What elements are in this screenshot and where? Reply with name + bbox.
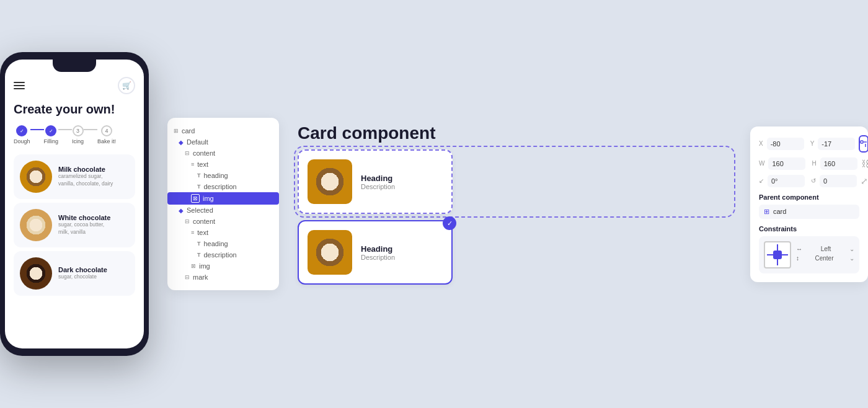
donut-card-milk[interactable]: Milk chocolate caramelized sugar, vanill… [14,154,135,199]
card-info-1: Heading Description [361,174,443,190]
phone-notch [53,60,96,72]
phone-mockup: 🛒 Create your own! ✓ Dough ✓ Filling [0,52,149,356]
mark-icon: ⊟ [185,274,190,280]
card-preview-area: Heading Description Heading Description … [298,149,732,285]
frame-icon-content1: ⊟ [185,150,190,156]
layer-row-card[interactable]: ⊞ card [167,125,279,136]
donut-card-dark[interactable]: Dark chocolate sugar, chocolate [14,251,135,296]
variant-icon-selected: ◆ [179,207,184,214]
h-arrow-icon: ↔ [796,246,802,252]
step-circle-filling: ✓ [45,125,56,136]
donut-info-milk: Milk chocolate caramelized sugar, vanill… [58,166,129,188]
card-info-2: Heading Description [361,244,443,261]
phone-frame: 🛒 Create your own! ✓ Dough ✓ Filling [0,52,149,356]
phone-header: 🛒 [14,77,135,94]
layer-row-heading-2[interactable]: T heading [167,238,279,249]
h-chevron[interactable]: ⌄ [849,246,854,252]
donut-info-white: White chocolate sugar, cocoa butter, mil… [58,214,129,236]
donut-card-white[interactable]: White chocolate sugar, cocoa butter, mil… [14,203,135,247]
prop-input-x[interactable] [767,138,804,150]
constraints-box: ↔ Left ⌄ ↕ Center ⌄ [759,236,859,273]
frame-icon-text1: ≡ [191,161,194,167]
frame-icon-content2: ⊟ [185,218,190,224]
donut-img-dark [20,257,52,290]
menu-icon[interactable] [14,82,25,89]
prop-row-wh: W H ⛓ [759,157,859,170]
constraint-vertical: ↕ Center ⌄ [796,255,854,262]
step-circle-icing: 3 [73,125,84,136]
layer-row-content-1[interactable]: ⊟ content [167,148,279,159]
prop-input-h[interactable] [820,157,857,170]
card-wrapper-2: Heading Description ✓ [298,220,732,285]
layer-row-description-2[interactable]: T description [167,249,279,260]
layer-row-img-selected[interactable]: ⊠ img [167,192,279,205]
step-circle-dough: ✓ [16,125,27,136]
layer-row-img-2[interactable]: ⊠ img [167,260,279,272]
prop-input-r2[interactable] [820,175,857,187]
frame-icon: ⊞ [174,128,179,134]
frame-icon-text2: ≡ [191,229,194,236]
step-dough: ✓ Dough [14,125,30,144]
constraint-horizontal: ↔ Left ⌄ [796,246,854,252]
constraint-line-v [777,244,778,265]
text-icon-h2: T [197,241,201,247]
layer-panel: ⊞ card ◆ Default ⊟ content ≡ text T head… [167,118,279,290]
text-icon-h1: T [197,172,201,179]
layer-row-content-2[interactable]: ⊟ content [167,216,279,227]
expand-icon[interactable]: ⤢ [861,176,868,186]
step-circle-bake: 4 [101,125,112,136]
layer-row-selected-variant[interactable]: ◆ Selected [167,205,279,216]
layer-row-heading-1[interactable]: T heading [167,170,279,181]
constraints-title: Constraints [759,225,859,233]
svg-rect-0 [861,141,863,143]
step-icing: 3 Icing [72,125,84,144]
layer-row-text-1[interactable]: ≡ text [167,159,279,170]
layer-row-mark[interactable]: ⊟ mark [167,272,279,283]
phone-screen: 🛒 Create your own! ✓ Dough ✓ Filling [5,60,144,348]
card-item-2[interactable]: Heading Description ✓ [298,220,453,285]
properties-panel: X Y W H ⛓ ↙ ↺ ⤢ Parent component ⊞ card … [750,126,868,282]
step-line-3 [84,129,97,130]
prop-input-w[interactable] [768,157,805,170]
step-line-2 [58,129,72,130]
cart-icon[interactable]: 🛒 [118,77,135,94]
link-icon[interactable]: ⛓ [861,159,868,169]
donut-img-milk [20,161,52,193]
layer-row-text-2[interactable]: ≡ text [167,227,279,238]
steps-bar: ✓ Dough ✓ Filling 3 Icing 4 [14,125,135,144]
layer-row-description-1[interactable]: T description [167,181,279,192]
step-filling: ✓ Filling [44,125,59,144]
card-component-title: Card component [298,123,732,143]
card-wrapper-1: Heading Description [298,149,732,214]
prop-row-xy: X Y [759,135,859,153]
parent-component-title: Parent component [759,193,859,201]
donut-img-white [20,209,52,241]
constraint-diagram [764,241,791,268]
prop-input-y[interactable] [818,138,855,150]
step-line-1 [30,129,44,130]
v-arrow-icon: ↕ [796,255,799,262]
donut-info-dark: Dark chocolate sugar, chocolate [58,266,129,281]
phone-title: Create your own! [14,102,135,117]
v-chevron[interactable]: ⌄ [849,255,854,262]
text-icon-d2: T [197,252,201,258]
step-bake: 4 Bake it! [97,125,116,144]
card-donut-img-2 [308,230,352,275]
card-item-1[interactable]: Heading Description [298,149,453,214]
layer-row-default[interactable]: ◆ Default [167,136,279,148]
corner-label: ↺ [811,177,816,184]
img-icon-2: ⊠ [191,263,196,269]
resize-target-icon[interactable] [859,135,868,153]
constraint-options: ↔ Left ⌄ ↕ Center ⌄ [796,246,854,264]
card-component-area: Card component Heading Description Headi… [298,123,732,285]
parent-component-row[interactable]: ⊞ card [759,205,859,219]
parent-comp-icon: ⊞ [764,208,769,216]
prop-input-r1[interactable] [768,175,805,187]
text-icon-d1: T [197,184,201,190]
img-icon-selected: ⊠ [191,194,200,203]
check-badge: ✓ [443,216,456,230]
card-donut-img-1 [308,159,352,204]
rotate-label: ↙ [759,177,764,184]
variant-icon-default: ◆ [179,139,184,146]
prop-row-rotate: ↙ ↺ ⤢ [759,175,859,187]
